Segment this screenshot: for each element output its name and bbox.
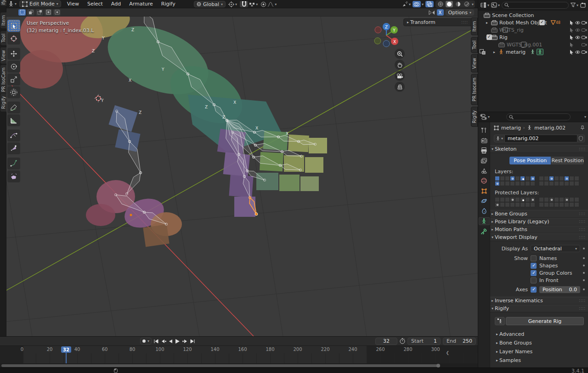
layer-cell[interactable] [530,176,535,181]
id-type-dropdown[interactable]: ▾ [494,135,505,142]
layer-cell[interactable] [574,202,579,207]
gizmo-neg-z-axis[interactable] [383,40,390,47]
properties-editor-type-button[interactable]: ▾ [480,114,490,120]
outliner-row-rig[interactable]: ▾ Rig [478,34,588,41]
navigation-gizmo[interactable]: Z Y X [372,21,401,50]
transform-orientation-dropdown[interactable]: Global▾ [194,1,226,7]
overlays-icon[interactable] [413,1,421,7]
frame-end-field[interactable]: End 250 [443,338,476,345]
group-colors-checkbox[interactable] [531,270,537,276]
layer-cell[interactable] [549,176,554,181]
row-checkbox[interactable] [486,34,492,40]
viewport-3d[interactable]: ZYZXYZYXZXZX User Perspective (32) metar… [6,17,478,336]
layer-cell[interactable] [544,202,549,207]
xray-toggle[interactable] [425,1,434,7]
layer-cell[interactable] [559,181,564,186]
layer-cell[interactable] [515,202,520,207]
outliner-row-wgts-rig-001[interactable]: WGTS_rig.001 [478,41,588,48]
hide-eye-icon[interactable] [575,35,581,40]
gizmo-neg-y-axis[interactable] [374,38,381,44]
layer-cell[interactable] [544,197,549,202]
layer-cell[interactable] [495,202,500,207]
measure-tool[interactable] [7,114,20,126]
layer-cell[interactable] [515,181,520,186]
selectable-icon[interactable] [570,28,574,33]
menu-select[interactable]: Select [83,1,107,7]
layer-cell[interactable] [520,181,525,186]
layer-cell[interactable] [515,176,520,181]
names-checkbox[interactable] [531,255,537,261]
select-box-tool[interactable] [7,20,20,32]
in-front-checkbox[interactable] [531,277,537,283]
render-camera-icon[interactable] [582,50,587,54]
outliner-editor-type-button[interactable]: ▾ [480,2,489,8]
gizmo-neg-x-axis[interactable] [375,27,381,33]
tab-particles[interactable] [479,207,490,215]
render-camera-icon[interactable] [582,21,587,25]
animate-dot[interactable] [583,257,585,259]
layer-cell[interactable] [554,197,559,202]
layer-cell[interactable] [564,202,569,207]
prev-frame-button[interactable] [169,339,173,344]
hide-eye-icon[interactable] [575,21,581,25]
pin-icon[interactable] [580,125,585,130]
left-tab-fragment[interactable]: ify [0,0,7,8]
render-camera-icon[interactable] [582,35,587,40]
left-tab-item[interactable]: Item [0,12,7,30]
pan-view-button[interactable] [395,60,405,70]
use-preview-range-icon[interactable] [400,338,405,344]
hide-eye-icon[interactable] [575,50,581,54]
layer-cell[interactable] [549,197,554,202]
layer-cell[interactable] [569,197,574,202]
menu-view[interactable]: View [63,1,83,7]
select-mode-extend-button[interactable] [27,9,34,16]
rigify-samples-row[interactable]: ▸Samples [495,356,584,365]
layer-cell[interactable] [564,176,569,181]
layer-cell[interactable] [505,197,510,202]
layer-cell[interactable] [574,176,579,181]
extrude-to-cursor-tool[interactable] [7,170,20,182]
shading-material-button[interactable] [454,1,462,7]
layer-cell[interactable] [564,181,569,186]
tab-bone[interactable] [479,227,490,235]
move-tool[interactable] [7,48,20,60]
tab-output[interactable] [479,147,490,154]
select-mode-intersect-button[interactable] [53,9,61,16]
layer-cell[interactable] [574,197,579,202]
left-tab-rigify[interactable]: Rigify [0,93,7,113]
shading-wireframe-button[interactable] [437,1,444,7]
options-dropdown[interactable]: Options▾ [446,9,474,16]
panel-skeleton-header[interactable]: ▾Skeleton:::: [490,145,588,153]
row-checkbox[interactable] [539,20,545,25]
breadcrumb-object[interactable]: metarig [501,125,521,131]
layer-cell[interactable] [574,181,579,186]
outliner-row-metarig[interactable]: ▸ metarig [478,48,588,56]
tab-view-layer[interactable] [479,157,490,164]
bone-envelope-tool[interactable] [7,142,20,154]
layer-cell[interactable] [505,176,510,181]
panel-bone-groups-header[interactable]: ▸Bone Groups:::: [490,210,588,218]
layer-cell[interactable] [505,202,510,207]
transform-panel-header[interactable]: ▸ Transform :::: [403,18,471,26]
layer-cell[interactable] [559,202,564,207]
snap-magnet-icon[interactable] [240,1,248,7]
layer-cell[interactable] [515,197,520,202]
selectable-icon[interactable] [570,35,574,40]
animate-dot[interactable] [583,265,585,266]
side-tab-tool[interactable]: Tool [471,37,478,53]
tab-tool[interactable] [479,126,490,134]
render-camera-off-icon[interactable] [582,43,587,47]
current-frame-field[interactable]: 32 [375,338,397,345]
select-mode-subtract-button[interactable] [36,9,43,16]
transform-tool[interactable] [7,86,20,98]
layer-cell[interactable] [530,181,535,186]
layer-cell[interactable] [530,197,535,202]
pivot-point-dropdown[interactable]: ▾ [228,1,237,7]
layer-cell[interactable] [559,176,564,181]
side-tab-view[interactable]: View [471,54,478,73]
tab-render[interactable] [479,136,490,144]
extrude-tool[interactable] [7,158,20,170]
zoom-view-button[interactable] [395,49,405,59]
menu-add[interactable]: Add [107,1,125,7]
rest-position-button[interactable]: Rest Position [551,157,584,164]
